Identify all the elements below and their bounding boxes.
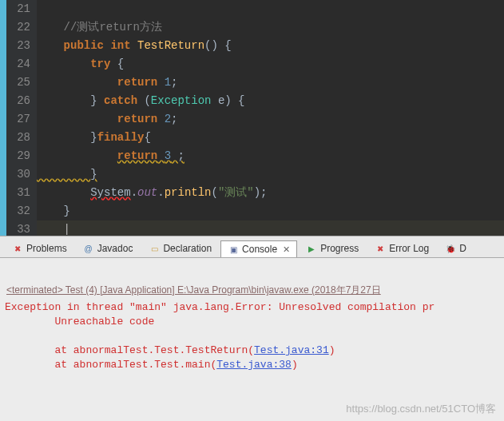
tab-console[interactable]: ▣Console✕ [220, 240, 297, 258]
line-number: 26 [6, 92, 30, 110]
line-number: 28 [6, 129, 30, 147]
close-icon[interactable]: ✕ [283, 244, 290, 255]
code-line: System.out.println("测试"); [37, 184, 504, 202]
code-line: } catch (Exception e) { [37, 92, 504, 110]
tab-label: D [459, 243, 466, 254]
tab-debug[interactable]: 🐞D [438, 240, 474, 257]
tab-label: Error Log [389, 243, 429, 254]
code-editor[interactable]: //测试return方法 public int TestReturn() { t… [37, 0, 504, 236]
tab-javadoc[interactable]: @Javadoc [76, 240, 141, 257]
stacktrace-link[interactable]: Test.java:31 [254, 344, 329, 356]
errorlog-icon: ✖ [375, 243, 386, 254]
tab-label: Problems [26, 243, 67, 254]
console-panel: <terminated> Test (4) [Java Application]… [0, 282, 504, 421]
line-number: 21 [6, 0, 30, 18]
line-number: 25 [6, 73, 30, 92]
javadoc-icon: @ [83, 243, 94, 254]
tab-label: Declaration [163, 243, 212, 254]
code-line [37, 0, 504, 18]
problems-icon: ✖ [12, 243, 23, 254]
console-line: Exception in thread "main" java.lang.Err… [5, 301, 435, 313]
code-line: public int TestReturn() { [37, 37, 504, 55]
code-line: | [37, 220, 504, 236]
tab-errorlog[interactable]: ✖Error Log [367, 240, 436, 257]
line-number: 24 [6, 55, 30, 73]
console-line: at abnormalTest.Test.TestReturn( [5, 344, 254, 356]
line-number: 32 [6, 202, 30, 220]
console-output[interactable]: Exception in thread "main" java.lang.Err… [5, 300, 499, 372]
tab-problems[interactable]: ✖Problems [5, 240, 74, 257]
stacktrace-link[interactable]: Test.java:38 [216, 359, 292, 371]
bottom-tabs-bar: ✖Problems @Javadoc ▭Declaration ▣Console… [0, 236, 504, 258]
tab-label: Javadoc [97, 243, 133, 254]
declaration-icon: ▭ [149, 243, 160, 254]
console-toolbar [0, 258, 504, 282]
line-number: 33 [6, 220, 30, 236]
tab-label: Progress [320, 243, 359, 254]
console-process-title: <terminated> Test (4) [Java Application]… [5, 282, 499, 300]
tab-declaration[interactable]: ▭Declaration [141, 240, 219, 257]
console-line: Unreachable code [5, 316, 154, 328]
line-number: 29 [6, 147, 30, 165]
code-line: } [37, 165, 504, 184]
editor-area: 21 22 23 24 25 26 27 28 29 30 31 32 33 /… [0, 0, 504, 236]
console-line: at abnormalTest.Test.main( [5, 359, 216, 371]
line-number: 27 [6, 110, 30, 129]
code-line: return 1; [37, 73, 504, 92]
code-line: //测试return方法 [37, 18, 504, 37]
code-line: } [37, 202, 504, 220]
tab-label: Console [242, 244, 277, 255]
tab-progress[interactable]: ▶Progress [299, 240, 366, 257]
code-line: }finally{ [37, 129, 504, 147]
line-number: 22 [6, 18, 30, 37]
code-line: return 2; [37, 110, 504, 129]
console-icon: ▣ [228, 244, 239, 255]
line-number: 30 [6, 165, 30, 184]
line-number: 23 [6, 37, 30, 55]
line-number-gutter: 21 22 23 24 25 26 27 28 29 30 31 32 33 [6, 0, 37, 236]
left-margin-ruler [0, 0, 6, 236]
code-line: return 3 ; [37, 147, 504, 165]
line-number: 31 [6, 184, 30, 202]
debug-icon: 🐞 [445, 243, 456, 254]
code-line: try { [37, 55, 504, 73]
progress-icon: ▶ [306, 243, 317, 254]
